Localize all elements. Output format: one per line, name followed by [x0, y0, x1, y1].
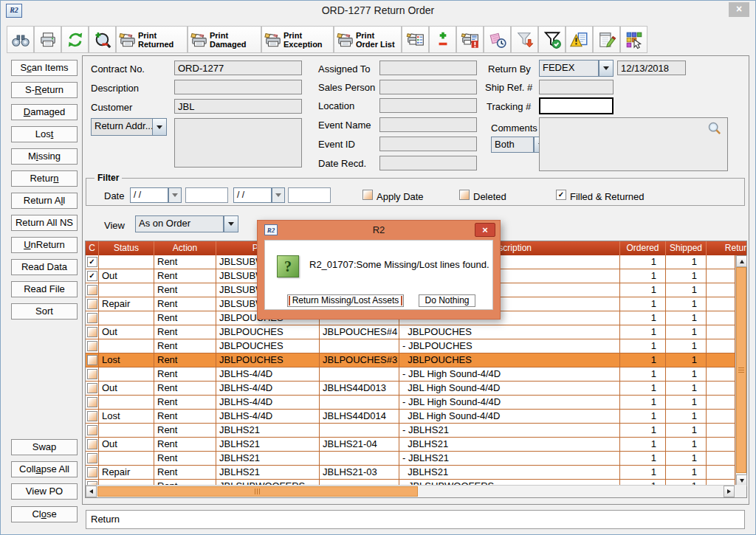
row-checkbox[interactable]	[87, 299, 97, 309]
cell-returned[interactable]	[707, 424, 735, 438]
cell-returned[interactable]	[707, 367, 735, 382]
date-to-dropdown-button[interactable]	[272, 187, 285, 203]
cell-serial[interactable]: JBLPOUCHES#4	[320, 325, 399, 339]
print-returned-button[interactable]: PrintReturned	[116, 26, 188, 53]
event-id-field[interactable]	[379, 137, 477, 151]
cell-product[interactable]: JBLHS-4/4D	[216, 410, 320, 424]
cell-status[interactable]	[99, 311, 154, 325]
cell-status[interactable]: Out	[99, 325, 154, 339]
table-row[interactable]: OutRentJBLPOUCHESJBLPOUCHES#4 JBLPOUCHES…	[86, 325, 735, 339]
deleted-checkbox[interactable]	[459, 190, 470, 200]
funnel-check-button[interactable]	[538, 26, 566, 53]
column-header-ordered[interactable]: Ordered	[620, 241, 666, 255]
cell-serial[interactable]	[320, 367, 399, 382]
print-exception-button[interactable]: PrintException	[261, 26, 334, 53]
row-checkbox[interactable]	[87, 425, 97, 435]
cell-shipped[interactable]: 1	[666, 396, 707, 410]
event-name-field[interactable]	[379, 117, 477, 132]
cell-returned[interactable]	[707, 480, 735, 485]
vertical-scrollbar-thumb[interactable]	[736, 267, 746, 473]
return-address-dropdown-button[interactable]	[152, 118, 167, 136]
cell-shipped[interactable]: 1	[666, 466, 707, 480]
cell-returned[interactable]	[707, 297, 735, 311]
column-header-c[interactable]: C	[86, 241, 99, 255]
row-checkbox[interactable]: ✓	[87, 271, 97, 281]
cell-action[interactable]: Rent	[154, 382, 216, 396]
comments-filter-combo[interactable]: Both	[491, 137, 534, 153]
cell-action[interactable]: Rent	[154, 283, 216, 297]
cell-serial[interactable]: JBLHS21-04	[320, 438, 399, 452]
cell-serial[interactable]: JBLPOUCHES#3	[320, 353, 399, 367]
cell-returned[interactable]	[707, 325, 735, 339]
cell-returned[interactable]	[707, 466, 735, 480]
date-from-combo[interactable]: / /	[130, 187, 168, 203]
cell-returned[interactable]	[707, 452, 735, 466]
filled-returned-checkbox[interactable]: ✓	[556, 190, 566, 200]
cell-shipped[interactable]: 1	[666, 311, 707, 325]
return-address-combo[interactable]: Return Addr...	[91, 118, 153, 136]
sidebar-view-po-button[interactable]: View PO	[11, 483, 78, 500]
sidebar-lost-button[interactable]: Lost	[11, 126, 78, 142]
cell-shipped[interactable]: 1	[666, 382, 707, 396]
sidebar-sort-button[interactable]: Sort	[11, 303, 78, 320]
cell-status[interactable]	[99, 283, 154, 297]
print-damaged-button[interactable]: PrintDamaged	[188, 26, 261, 53]
cell-product[interactable]: JBLHS21	[216, 466, 320, 480]
add-remove-button[interactable]	[429, 26, 456, 53]
time-to-field[interactable]	[288, 187, 331, 203]
cell-ordered[interactable]: 1	[620, 452, 666, 466]
sidebar-missing-button[interactable]: Missing	[11, 148, 78, 165]
return-address-box[interactable]	[174, 118, 302, 168]
notes-clock-button[interactable]	[484, 26, 511, 53]
return-missing-lost-assets-button[interactable]: Return Missing/Lost Assets	[287, 294, 404, 307]
row-checkbox[interactable]	[87, 453, 97, 463]
cell-shipped[interactable]: 1	[666, 297, 707, 311]
cell-ordered[interactable]: 1	[620, 367, 666, 382]
column-header-returned[interactable]: Returned	[707, 241, 746, 255]
cell-shipped[interactable]: 1	[666, 325, 707, 339]
table-row[interactable]: RepairRentJBLHS21JBLHS21-03 JBLHS2111	[86, 466, 735, 480]
print-list-alert-button[interactable]	[456, 26, 484, 53]
table-row[interactable]: RentJBLHS21- JBLHS2111	[86, 424, 735, 438]
cell-returned[interactable]	[707, 311, 735, 325]
horizontal-scrollbar-thumb[interactable]	[97, 486, 418, 497]
row-checkbox[interactable]	[87, 369, 97, 379]
sidebar-collapse-all-button[interactable]: Collapse All	[11, 461, 78, 477]
cell-shipped[interactable]: 1	[666, 367, 707, 382]
cell-ordered[interactable]: 1	[620, 438, 666, 452]
cell-ordered[interactable]: 1	[620, 353, 666, 367]
table-row[interactable]: RentJBLHS-4/4D- JBL High Sound-4/4D11	[86, 367, 735, 382]
cell-description[interactable]: - JBLSUBWOOFERS	[399, 480, 620, 485]
apply-date-checkbox[interactable]	[362, 190, 373, 200]
cell-action[interactable]: Rent	[154, 339, 216, 353]
sidebar-return-all-button[interactable]: Return All	[11, 193, 78, 209]
cell-serial[interactable]: JBLHS21-03	[320, 466, 399, 480]
scroll-left-button[interactable]	[86, 486, 97, 497]
row-checkbox[interactable]	[87, 411, 97, 421]
cell-serial[interactable]: JBLHS44D013	[320, 382, 399, 396]
cell-shipped[interactable]: 1	[666, 452, 707, 466]
cell-action[interactable]: Rent	[154, 424, 216, 438]
sidebar-return-all-ns-button[interactable]: Return All NS	[11, 215, 78, 231]
cell-description[interactable]: - JBL High Sound-4/4D	[399, 367, 620, 382]
binoculars-button[interactable]	[7, 26, 34, 53]
cell-action[interactable]: Rent	[154, 466, 216, 480]
cell-status[interactable]	[99, 339, 154, 353]
sidebar-read-data-button[interactable]: Read Data	[11, 259, 78, 275]
assigned-to-field[interactable]	[379, 61, 477, 75]
refresh-button[interactable]	[61, 26, 89, 53]
cell-status[interactable]: Repair	[99, 466, 154, 480]
cell-description[interactable]: - JBLHS21	[399, 452, 620, 466]
search-icon[interactable]	[707, 120, 723, 137]
cell-product[interactable]: JBLPOUCHES	[216, 339, 320, 353]
table-row[interactable]: RentJBLHS21- JBLHS2111	[86, 452, 735, 466]
dialog-close-button[interactable]: ×	[475, 223, 495, 237]
cell-status[interactable]: Out	[99, 269, 154, 283]
cell-ordered[interactable]: 1	[620, 410, 666, 424]
cell-status[interactable]	[99, 255, 154, 269]
cell-product[interactable]: JBLHS-4/4D	[216, 367, 320, 382]
sidebar-read-file-button[interactable]: Read File	[11, 281, 78, 297]
cell-description[interactable]: JBLHS21	[399, 438, 620, 452]
warning-doc-button[interactable]	[566, 26, 593, 53]
cell-status[interactable]: Repair	[99, 297, 154, 311]
